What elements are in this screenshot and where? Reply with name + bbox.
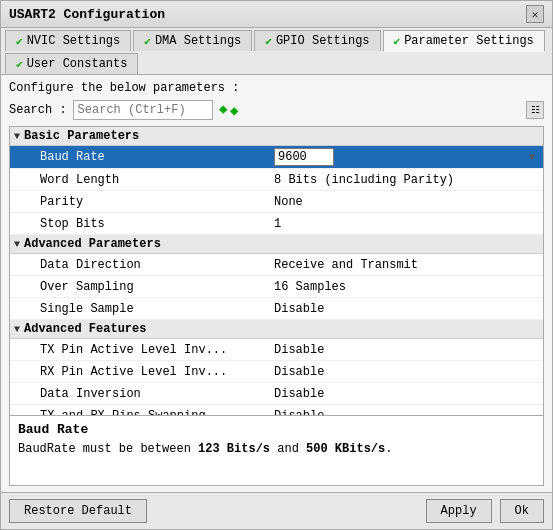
search-row: Search : ◆ ◆ ☷ <box>9 100 544 120</box>
close-button[interactable]: ✕ <box>526 5 544 23</box>
param-stop-bits-name: Stop Bits <box>10 215 270 233</box>
section-basic-toggle: ▼ <box>14 131 20 142</box>
row-data-direction[interactable]: Data Direction Receive and Transmit <box>10 254 543 276</box>
tab-gpio-label: GPIO Settings <box>276 34 370 48</box>
param-pins-swapping-name: TX and RX Pins Swapping <box>10 407 270 417</box>
tab-user-label: User Constants <box>27 57 128 71</box>
tab-gpio-check: ✔ <box>265 35 272 48</box>
ok-button[interactable]: Ok <box>500 499 544 523</box>
row-baud-rate[interactable]: Baud Rate ▼ <box>10 146 543 169</box>
param-data-inversion-value: Disable <box>270 385 543 403</box>
baud-rate-dropdown[interactable]: ▼ <box>529 152 539 163</box>
param-data-direction-value: Receive and Transmit <box>270 256 543 274</box>
info-desc-part5: . <box>385 442 392 456</box>
baud-rate-input[interactable] <box>274 148 334 166</box>
tab-nvic-label: NVIC Settings <box>27 34 121 48</box>
restore-default-button[interactable]: Restore Default <box>9 499 147 523</box>
param-tx-active-level-value: Disable <box>270 341 543 359</box>
param-single-sample-value: Disable <box>270 300 543 318</box>
info-desc-max: 500 KBits/s <box>306 442 385 456</box>
param-over-sampling-name: Over Sampling <box>10 278 270 296</box>
param-stop-bits-value: 1 <box>270 215 543 233</box>
tab-user-check: ✔ <box>16 58 23 71</box>
search-arrows: ◆ ◆ <box>219 102 239 119</box>
row-over-sampling[interactable]: Over Sampling 16 Samples <box>10 276 543 298</box>
tab-user[interactable]: ✔ User Constants <box>5 53 138 74</box>
param-parity-value: None <box>270 193 543 211</box>
single-sample-text: Disable <box>274 302 324 316</box>
tabs-container: ✔ NVIC Settings ✔ DMA Settings ✔ GPIO Se… <box>1 28 552 75</box>
row-word-length[interactable]: Word Length 8 Bits (including Parity) <box>10 169 543 191</box>
bottom-bar: Restore Default Apply Ok <box>1 492 552 529</box>
main-content: Configure the below parameters : Search … <box>1 75 552 492</box>
parameter-table: ▼ Basic Parameters Baud Rate ▼ Word Leng… <box>9 126 544 416</box>
window-title: USART2 Configuration <box>9 7 165 22</box>
param-tx-active-level-name: TX Pin Active Level Inv... <box>10 341 270 359</box>
row-single-sample[interactable]: Single Sample Disable <box>10 298 543 320</box>
tab-gpio[interactable]: ✔ GPIO Settings <box>254 30 380 51</box>
param-rx-active-level-value: Disable <box>270 363 543 381</box>
search-up-arrow[interactable]: ◆ <box>219 102 227 119</box>
section-features-label: Advanced Features <box>24 322 146 336</box>
tab-nvic-check: ✔ <box>16 35 23 48</box>
param-parity-name: Parity <box>10 193 270 211</box>
search-down-arrow[interactable]: ◆ <box>230 102 238 119</box>
param-pins-swapping-value: Disable <box>270 407 543 417</box>
tab-dma-check: ✔ <box>144 35 151 48</box>
param-single-sample-name: Single Sample <box>10 300 270 318</box>
tab-dma-label: DMA Settings <box>155 34 241 48</box>
configure-label: Configure the below parameters : <box>9 81 544 95</box>
section-advanced-toggle: ▼ <box>14 239 20 250</box>
title-bar: USART2 Configuration ✕ <box>1 1 552 28</box>
row-tx-active-level[interactable]: TX Pin Active Level Inv... Disable <box>10 339 543 361</box>
section-features-header[interactable]: ▼ Advanced Features <box>10 320 543 339</box>
param-data-direction-name: Data Direction <box>10 256 270 274</box>
info-desc-part1: BaudRate must be between <box>18 442 198 456</box>
over-sampling-text: 16 Samples <box>274 280 346 294</box>
info-description: BaudRate must be between 123 Bits/s and … <box>18 440 535 458</box>
search-input[interactable] <box>73 100 213 120</box>
apply-button[interactable]: Apply <box>426 499 492 523</box>
info-desc-min: 123 Bits/s <box>198 442 270 456</box>
tab-parameter-check: ✔ <box>394 35 401 48</box>
tab-nvic[interactable]: ✔ NVIC Settings <box>5 30 131 51</box>
usart2-config-window: USART2 Configuration ✕ ✔ NVIC Settings ✔… <box>0 0 553 530</box>
param-data-inversion-name: Data Inversion <box>10 385 270 403</box>
row-rx-active-level[interactable]: RX Pin Active Level Inv... Disable <box>10 361 543 383</box>
data-inversion-text: Disable <box>274 387 324 401</box>
param-baud-rate-name: Baud Rate <box>10 148 270 166</box>
section-advanced-header[interactable]: ▼ Advanced Parameters <box>10 235 543 254</box>
stop-bits-text: 1 <box>274 217 281 231</box>
word-length-text: 8 Bits (including Parity) <box>274 173 454 187</box>
pins-swapping-text: Disable <box>274 409 324 417</box>
tab-dma[interactable]: ✔ DMA Settings <box>133 30 252 51</box>
rx-active-level-text: Disable <box>274 365 324 379</box>
tx-active-level-text: Disable <box>274 343 324 357</box>
parity-text: None <box>274 195 303 209</box>
info-title: Baud Rate <box>18 422 535 437</box>
section-features-toggle: ▼ <box>14 324 20 335</box>
info-desc-part3: and <box>270 442 306 456</box>
row-parity[interactable]: Parity None <box>10 191 543 213</box>
row-pins-swapping[interactable]: TX and RX Pins Swapping Disable <box>10 405 543 416</box>
search-label: Search : <box>9 103 67 117</box>
param-baud-rate-value: ▼ <box>270 146 543 168</box>
row-stop-bits[interactable]: Stop Bits 1 <box>10 213 543 235</box>
data-direction-text: Receive and Transmit <box>274 258 418 272</box>
param-word-length-name: Word Length <box>10 171 270 189</box>
tab-parameter[interactable]: ✔ Parameter Settings <box>383 30 545 52</box>
param-word-length-value: 8 Bits (including Parity) <box>270 171 543 189</box>
section-basic-header[interactable]: ▼ Basic Parameters <box>10 127 543 146</box>
info-panel: Baud Rate BaudRate must be between 123 B… <box>9 416 544 486</box>
param-over-sampling-value: 16 Samples <box>270 278 543 296</box>
grid-view-icon[interactable]: ☷ <box>526 101 544 119</box>
section-basic-label: Basic Parameters <box>24 129 139 143</box>
section-advanced-label: Advanced Parameters <box>24 237 161 251</box>
tab-parameter-label: Parameter Settings <box>404 34 534 48</box>
row-data-inversion[interactable]: Data Inversion Disable <box>10 383 543 405</box>
param-rx-active-level-name: RX Pin Active Level Inv... <box>10 363 270 381</box>
